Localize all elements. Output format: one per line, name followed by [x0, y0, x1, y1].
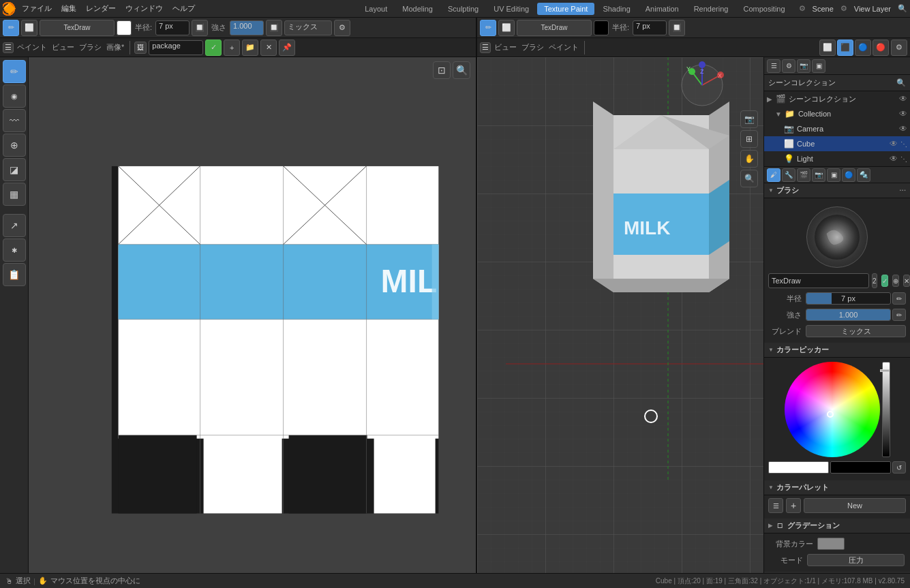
package-name[interactable]: package	[149, 40, 203, 55]
prop-tab-render[interactable]: 📷	[812, 168, 825, 182]
tool-extra1[interactable]: ↗	[3, 214, 26, 237]
light-visibility[interactable]: 👁	[890, 154, 898, 164]
menu-file[interactable]: ファイル	[18, 2, 56, 15]
tool-fill[interactable]: ◪	[3, 158, 26, 181]
color-picker-section-header[interactable]: ▼ カラーピッカー	[764, 343, 910, 358]
prop-tab-material[interactable]: 🔵	[842, 168, 855, 182]
tab-layout[interactable]: Layout	[358, 3, 394, 15]
radius-input[interactable]: 7 px	[155, 20, 189, 35]
color-refresh[interactable]: ↺	[892, 461, 906, 474]
brush-preview[interactable]	[806, 206, 868, 268]
tab-uv[interactable]: UV Editing	[487, 3, 536, 15]
paint-label[interactable]: ペイント	[16, 42, 48, 52]
color-wheel[interactable]	[785, 362, 880, 457]
strength-prop-value[interactable]: 1.000	[806, 309, 891, 321]
3d-shading-solid[interactable]: ⬛	[837, 40, 853, 56]
3d-shading-render1[interactable]: 🔵	[855, 40, 871, 56]
collection-visibility[interactable]: 👁	[899, 109, 907, 119]
tab-sculpting[interactable]: Sculpting	[441, 3, 485, 15]
3d-nav-camera[interactable]: 📷	[740, 110, 758, 128]
nav-gizmo[interactable]: X Y Z	[678, 61, 726, 109]
brush-section-header[interactable]: ▼ ブラシ ⋯	[764, 183, 910, 198]
tab-compositing[interactable]: Compositing	[736, 3, 791, 15]
brush-name-input[interactable]	[768, 273, 869, 288]
outliner-row-scene[interactable]: ▶ 🎬 シーンコレクション 👁	[764, 91, 910, 106]
uv-nav-zoom-extents[interactable]: ⊡	[433, 61, 451, 79]
tool-smear[interactable]: 〰	[3, 109, 26, 132]
package-folder[interactable]: 📁	[242, 40, 258, 56]
panel-tab-object[interactable]: ▣	[812, 59, 825, 73]
3d-nav-pan[interactable]: ✋	[740, 150, 758, 168]
prop-tab-active[interactable]: 🖌	[767, 168, 780, 182]
3d-tool-btn2[interactable]: ⬜	[498, 20, 515, 36]
menu-help[interactable]: ヘルプ	[168, 2, 199, 15]
3d-radius-input[interactable]: 7 px	[633, 20, 667, 35]
palette-add-btn[interactable]: +	[786, 498, 801, 513]
tool-clone[interactable]: ⊕	[3, 134, 26, 157]
gradient-section-header[interactable]: ▶ ☐ グラデーション	[764, 519, 910, 533]
3d-shading-render2[interactable]: 🔴	[873, 40, 889, 56]
3d-radius-picker[interactable]: 🔲	[669, 20, 685, 36]
image-label[interactable]: 画像*	[105, 42, 125, 52]
package-confirm[interactable]: ✓	[205, 40, 222, 56]
3d-shading-wire[interactable]: ⬜	[819, 40, 836, 56]
tab-modeling[interactable]: Modeling	[395, 3, 440, 15]
3d-header-mode[interactable]: ☰	[480, 42, 491, 53]
3d-paint-label[interactable]: ペイント	[547, 42, 580, 52]
color-swatch-current[interactable]	[768, 461, 829, 474]
3d-view-label[interactable]: ビュー	[493, 42, 518, 52]
brush-copy[interactable]: ⊕	[892, 275, 899, 287]
scene-visibility[interactable]: 👁	[899, 94, 907, 104]
strength-input[interactable]: 1.000	[230, 20, 264, 35]
tab-animation[interactable]: Animation	[639, 3, 686, 15]
tab-texture-paint[interactable]: Texture Paint	[537, 3, 594, 15]
brush-confirm[interactable]: ✓	[881, 275, 888, 287]
outliner-row-cube[interactable]: ⬜ Cube 👁 ⋱	[764, 136, 910, 151]
3d-nav-grid[interactable]: ⊞	[740, 130, 758, 148]
tool-extra2[interactable]: ✱	[3, 238, 26, 262]
package-add[interactable]: +	[224, 40, 240, 56]
prop-tab-scene[interactable]: 🎬	[797, 168, 810, 182]
3d-color-swatch[interactable]	[594, 20, 609, 35]
panel-tab-outliner[interactable]: ☰	[767, 59, 780, 73]
mix-dropdown[interactable]: ミックス	[284, 20, 332, 35]
cube-visibility[interactable]: 👁	[890, 139, 898, 149]
strength-prop-edit[interactable]: ✏	[892, 309, 906, 321]
3d-extra-options[interactable]: ⚙	[891, 40, 907, 56]
menu-window[interactable]: ウィンドウ	[121, 2, 167, 15]
panel-tab-render[interactable]: 📷	[797, 59, 810, 73]
tool-draw[interactable]: ✏	[3, 60, 26, 83]
brush-label[interactable]: ブラシ	[78, 42, 103, 52]
3d-mode-selector[interactable]: TexDraw	[517, 20, 592, 36]
uv-header-mode[interactable]: ☰	[3, 42, 14, 53]
outliner-row-camera[interactable]: 📷 Camera 👁	[764, 121, 910, 136]
brightness-bar[interactable]	[882, 362, 890, 457]
prop-tab-object[interactable]: ▣	[827, 168, 840, 182]
uv-extra-btn[interactable]: ⚙	[334, 20, 350, 36]
uv-mode-icon[interactable]: 🖼	[134, 42, 147, 54]
tab-rendering[interactable]: Rendering	[687, 3, 735, 15]
mode-value[interactable]: 圧力	[807, 554, 905, 566]
menu-edit[interactable]: 編集	[57, 2, 80, 15]
3d-nav-zoom[interactable]: 🔍	[740, 170, 758, 187]
gradient-toggle[interactable]: ☐	[775, 521, 785, 531]
color-swatch-secondary[interactable]	[830, 461, 891, 474]
package-pin[interactable]: 📌	[279, 40, 295, 56]
radius-prop-edit[interactable]: ✏	[892, 292, 906, 305]
palette-mode-icon[interactable]: ☰	[768, 498, 783, 513]
panel-tab-properties[interactable]: ⚙	[782, 59, 795, 73]
tab-shading[interactable]: Shading	[596, 3, 637, 15]
radius-prop-value[interactable]: 7 px	[806, 292, 891, 305]
tool-soften[interactable]: ◉	[3, 84, 26, 108]
3d-viewport[interactable]: ✏ ◉ 〰 ⊕ ◪ ▦ ↗ ✱ ユーザー・透視投影 (1) Cube	[477, 57, 763, 573]
uv-viewport[interactable]: MILK ⊡ 🔍	[29, 57, 477, 573]
strength-picker[interactable]: 🔲	[266, 20, 282, 36]
view-label[interactable]: ビュー	[50, 42, 76, 52]
uv-mode-selector[interactable]: TexDraw	[40, 20, 115, 36]
prop-tab-tool[interactable]: 🔧	[782, 168, 795, 182]
3d-tool-draw[interactable]: ✏	[480, 20, 496, 36]
bg-color-swatch[interactable]	[817, 538, 845, 550]
uv-color-swatch[interactable]	[117, 20, 132, 35]
palette-new-btn[interactable]: New	[804, 498, 906, 513]
tool-mask[interactable]: ▦	[3, 183, 26, 206]
